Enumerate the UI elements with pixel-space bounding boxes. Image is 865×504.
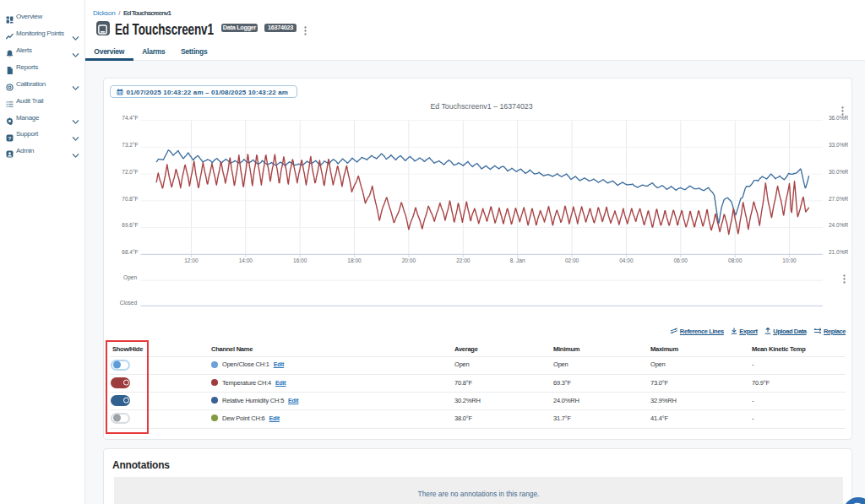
svg-text:?: ? (8, 134, 11, 140)
